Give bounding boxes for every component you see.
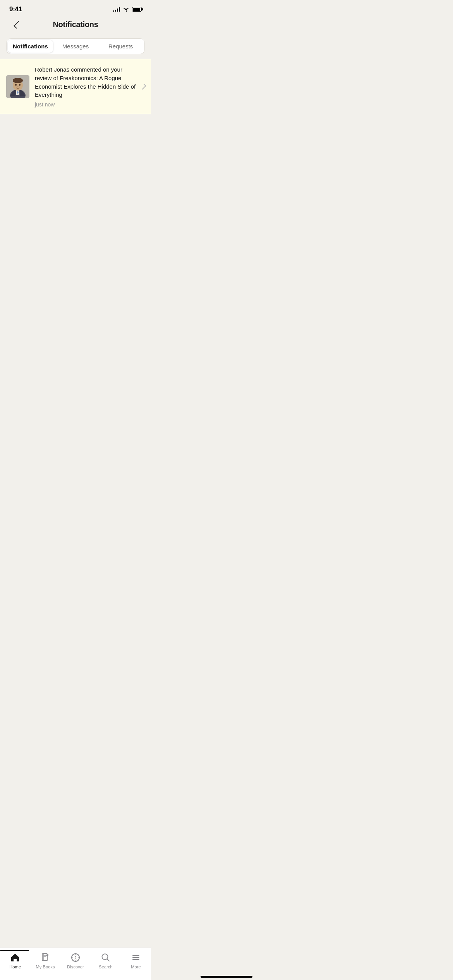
- notification-chevron-icon: [140, 84, 146, 90]
- tab-messages[interactable]: Messages: [53, 40, 98, 53]
- back-chevron-icon: [14, 21, 21, 29]
- nav-header: Notifications: [0, 16, 151, 35]
- tab-notifications[interactable]: Notifications: [8, 40, 53, 53]
- notification-text: Robert Jonas commented on your review of…: [35, 65, 139, 99]
- avatar: [6, 75, 29, 98]
- battery-icon: [132, 7, 142, 12]
- page-title: Notifications: [53, 20, 98, 29]
- avatar-image: [6, 75, 29, 98]
- back-button[interactable]: [8, 16, 25, 33]
- notifications-list: Robert Jonas commented on your review of…: [0, 59, 151, 114]
- empty-content-area: [0, 114, 151, 269]
- tab-segment: Notifications Messages Requests: [6, 38, 145, 54]
- svg-point-9: [17, 86, 19, 86]
- tab-container: Notifications Messages Requests: [0, 35, 151, 59]
- notification-time: just now: [35, 101, 139, 108]
- svg-point-8: [19, 84, 21, 86]
- notification-item[interactable]: Robert Jonas commented on your review of…: [0, 59, 151, 114]
- status-icons: [113, 7, 142, 12]
- signal-icon: [113, 7, 120, 12]
- status-time: 9:41: [9, 5, 22, 13]
- status-bar: 9:41: [0, 0, 151, 16]
- wifi-icon: [123, 7, 129, 12]
- svg-point-7: [15, 84, 17, 86]
- notification-content: Robert Jonas commented on your review of…: [35, 65, 139, 108]
- tab-requests[interactable]: Requests: [98, 40, 143, 53]
- svg-point-6: [13, 78, 23, 83]
